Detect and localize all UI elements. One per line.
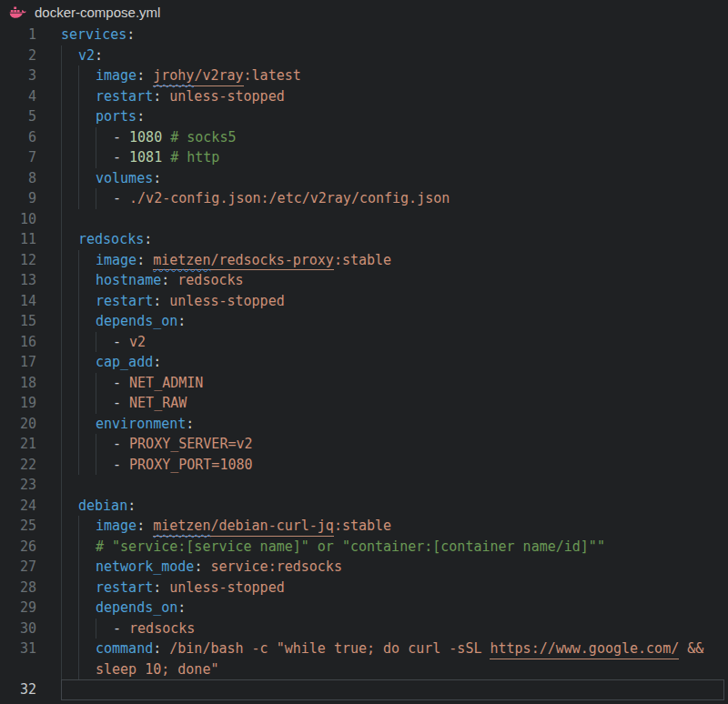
code-row[interactable]: volumes: xyxy=(61,168,728,189)
code-row[interactable]: redsocks: xyxy=(61,229,728,250)
code-line-body[interactable]: restart: unless-stopped xyxy=(61,86,728,107)
code-line-body[interactable]: command: /bin/bash -c "while true; do cu… xyxy=(61,639,728,679)
code-row[interactable]: # "service:[service name]" or "container… xyxy=(61,537,728,558)
indent-guide xyxy=(61,86,78,107)
code-line-body[interactable]: - NET_ADMIN xyxy=(61,373,728,394)
code-row[interactable]: sleep 10; done" xyxy=(61,659,728,680)
code-row[interactable]: image: mietzen/debian-curl-jq:stable xyxy=(61,516,728,537)
line-number: 10 xyxy=(0,209,36,230)
code-line-body[interactable]: image: mietzen/redsocks-proxy:stable xyxy=(61,250,728,271)
code-row[interactable]: restart: unless-stopped xyxy=(61,86,728,107)
code-line-body[interactable]: # "service:[service name]" or "container… xyxy=(61,537,728,558)
token-punct: - xyxy=(113,434,129,455)
code-line-body[interactable]: - 1081 # http xyxy=(61,147,728,168)
code-row[interactable]: ports: xyxy=(61,106,728,127)
code-line-body[interactable]: hostname: redsocks xyxy=(61,270,728,291)
token-string: :latest xyxy=(244,65,301,86)
code-line-body[interactable]: - 1080 # socks5 xyxy=(61,127,728,148)
token-punct: - xyxy=(113,393,129,414)
code-row[interactable]: hostname: redsocks xyxy=(61,270,728,291)
code-line-body[interactable]: - PROXY_PORT=1080 xyxy=(61,455,728,476)
code-line-body[interactable] xyxy=(61,475,728,496)
active-line-number: 32 xyxy=(0,679,36,700)
code-row[interactable]: cap_add: xyxy=(61,352,728,373)
code-line-body[interactable] xyxy=(61,209,728,230)
code-line-body[interactable] xyxy=(61,679,728,700)
code-row[interactable]: services: xyxy=(61,25,728,45)
code-line-body[interactable]: - NET_RAW xyxy=(61,393,728,414)
indent-guide xyxy=(96,332,113,353)
token-link[interactable]: /redsocks-proxy xyxy=(210,250,333,271)
indent-guide xyxy=(61,455,78,476)
code-line: 19- NET_RAW xyxy=(0,393,728,414)
token-link[interactable]: mietzen xyxy=(153,516,210,537)
token-punct: : xyxy=(177,311,186,332)
code-row[interactable]: - v2 xyxy=(61,332,728,353)
code-line-body[interactable]: environment: xyxy=(61,414,728,435)
code-row[interactable]: - NET_RAW xyxy=(61,393,728,414)
code-line-body[interactable]: redsocks: xyxy=(61,229,728,250)
code-row[interactable]: depends_on: xyxy=(61,311,728,332)
code-line-body[interactable]: v2: xyxy=(61,45,728,66)
code-row[interactable]: network_mode: service:redsocks xyxy=(61,557,728,578)
token-string: redsocks xyxy=(129,619,195,639)
code-row[interactable]: environment: xyxy=(61,414,728,435)
code-line-body[interactable]: network_mode: service:redsocks xyxy=(61,557,728,578)
code-line: 17cap_add: xyxy=(0,352,728,373)
code-row[interactable] xyxy=(61,475,728,496)
code-line-body[interactable]: restart: unless-stopped xyxy=(61,578,728,598)
code-line: 18- NET_ADMIN xyxy=(0,373,728,394)
token-punct: - xyxy=(113,188,129,209)
code-row[interactable]: - 1081 # http xyxy=(61,147,728,168)
code-row[interactable]: - ./v2-config.json:/etc/v2ray/config.jso… xyxy=(61,188,728,209)
token-punct: - xyxy=(113,373,129,394)
indent-guide xyxy=(78,598,96,619)
code-line-body[interactable]: volumes: xyxy=(61,168,728,189)
token-link[interactable]: https://www.google.com/ xyxy=(490,639,679,659)
token-punct: : xyxy=(153,168,161,189)
token-link[interactable]: /v2ray xyxy=(194,65,243,86)
indent-guide xyxy=(61,311,78,332)
indent-guide xyxy=(61,598,78,619)
code-line-body[interactable]: debian: xyxy=(61,496,728,517)
code-line-body[interactable]: - PROXY_SERVER=v2 xyxy=(61,434,728,455)
code-line-body[interactable]: - redsocks xyxy=(61,619,728,639)
code-row[interactable]: - redsocks xyxy=(61,619,728,639)
token-link[interactable]: jrohy xyxy=(153,65,194,86)
token-link[interactable]: mietzen xyxy=(153,250,210,271)
indent-guide xyxy=(96,393,113,414)
code-row[interactable]: depends_on: xyxy=(61,598,728,619)
token-link[interactable]: /debian-curl-jq xyxy=(210,516,333,537)
code-line-body[interactable]: cap_add: xyxy=(61,352,728,373)
code-row[interactable]: - PROXY_SERVER=v2 xyxy=(61,434,728,455)
token-string: :stable xyxy=(334,250,391,271)
code-row[interactable]: image: mietzen/redsocks-proxy:stable xyxy=(61,250,728,271)
code-line-body[interactable]: depends_on: xyxy=(61,598,728,619)
code-row[interactable]: v2: xyxy=(61,45,728,66)
code-row[interactable]: - NET_ADMIN xyxy=(61,373,728,394)
code-editor[interactable]: 1services:2v2:3image: jrohy/v2ray:latest… xyxy=(0,24,728,704)
code-line-body[interactable]: - v2 xyxy=(61,332,728,353)
code-row[interactable]: command: /bin/bash -c "while true; do cu… xyxy=(61,639,728,659)
code-line-body[interactable]: restart: unless-stopped xyxy=(61,291,728,312)
indent-guide xyxy=(61,373,78,394)
line-number: 16 xyxy=(0,332,36,353)
line-number: 12 xyxy=(0,250,36,271)
code-row[interactable]: image: jrohy/v2ray:latest xyxy=(61,65,728,86)
token-key: restart xyxy=(96,86,153,107)
code-line-body[interactable]: ports: xyxy=(61,106,728,127)
code-row[interactable]: restart: unless-stopped xyxy=(61,291,728,312)
code-line-body[interactable]: - ./v2-config.json:/etc/v2ray/config.jso… xyxy=(61,188,728,209)
current-line-highlight[interactable] xyxy=(61,679,724,700)
code-row[interactable]: - 1080 # socks5 xyxy=(61,127,728,148)
code-row[interactable]: restart: unless-stopped xyxy=(61,578,728,598)
code-line-body[interactable]: depends_on: xyxy=(61,311,728,332)
code-line-body[interactable]: image: mietzen/debian-curl-jq:stable xyxy=(61,516,728,537)
line-number: 7 xyxy=(0,147,36,168)
code-row[interactable] xyxy=(61,209,728,230)
token-string: NET_ADMIN xyxy=(129,373,203,394)
code-line-body[interactable]: image: jrohy/v2ray:latest xyxy=(61,65,728,86)
code-row[interactable]: - PROXY_PORT=1080 xyxy=(61,455,728,476)
code-row[interactable]: debian: xyxy=(61,496,728,517)
code-line-body[interactable]: services: xyxy=(61,25,728,45)
